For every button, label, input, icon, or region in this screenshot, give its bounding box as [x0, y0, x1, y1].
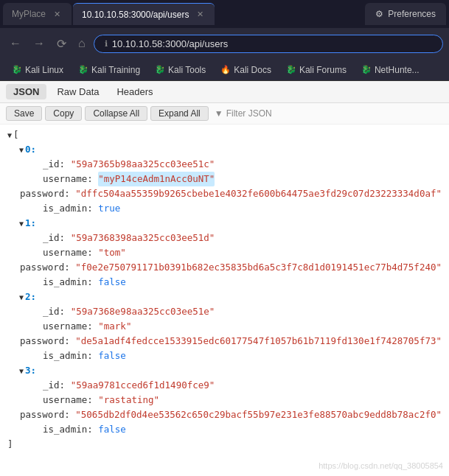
item-toggle-0[interactable]: ▼	[19, 144, 24, 156]
json-bool-value: false	[98, 349, 126, 363]
json-field: is_admin: false	[6, 349, 443, 363]
json-index-0: ▼0:	[6, 142, 443, 157]
json-field: username: "rastating"	[6, 393, 443, 407]
index-label-1: 1:	[25, 216, 36, 231]
index-label-0: 0:	[25, 142, 36, 157]
url-bar[interactable]: ℹ 10.10.10.58:3000/api/users	[94, 35, 443, 53]
json-string-value: "59aa9781cced6f1d1490fce9"	[71, 378, 215, 393]
address-bar: ← → ⟳ ⌂ ℹ 10.10.10.58:3000/api/users	[0, 28, 449, 59]
copy-button[interactable]: Copy	[45, 106, 82, 121]
gear-icon: ⚙	[375, 9, 383, 19]
bookmark-kali-tools-label: Kali Tools	[168, 65, 206, 75]
filter-icon: ▼	[215, 108, 223, 119]
root-bracket: [	[13, 127, 19, 142]
json-bool-value: true	[98, 201, 120, 216]
bookmark-kali-tools[interactable]: 🐉 Kali Tools	[149, 63, 212, 77]
kali-tools-icon: 🐉	[155, 65, 165, 74]
json-actions: Save Copy Collapse All Expand All ▼ Filt…	[0, 103, 449, 125]
collapse-all-button[interactable]: Collapse All	[85, 106, 147, 121]
expand-all-button[interactable]: Expand All	[150, 106, 209, 121]
json-string-value: "myP14ceAdm1nAcc0uNT"	[98, 172, 215, 186]
json-field: is_admin: true	[6, 201, 443, 216]
json-key: password:	[20, 186, 70, 201]
kali-docs-icon: 🔥	[220, 65, 231, 74]
json-field: username: "mark"	[6, 319, 443, 334]
json-index-3: ▼3:	[6, 363, 443, 378]
json-field: username: "tom"	[6, 245, 443, 260]
bookmark-kali-linux-label: Kali Linux	[25, 65, 63, 75]
tab-json[interactable]: JSON	[6, 84, 46, 99]
tab-myplace-label: MyPlace	[12, 9, 46, 19]
tab-headers[interactable]: Headers	[109, 84, 160, 99]
forward-button[interactable]: →	[29, 35, 49, 52]
json-key: _id:	[43, 378, 65, 393]
json-key: _id:	[43, 231, 65, 245]
json-key: password:	[20, 407, 70, 422]
json-key: is_admin:	[43, 201, 93, 216]
tab-myplace[interactable]: MyPlace ✕	[3, 3, 72, 25]
json-index-1: ▼1:	[6, 216, 443, 231]
index-label-3: 3:	[25, 363, 36, 378]
lock-icon: ℹ	[105, 39, 108, 49]
json-key: is_admin:	[43, 422, 93, 437]
root-toggle[interactable]: ▼	[7, 130, 12, 141]
json-key: password:	[20, 334, 70, 349]
tab-api[interactable]: 10.10.10.58:3000/api/users ✕	[73, 3, 215, 25]
json-field: _id: "59a7368e98aa325cc03ee51e"	[6, 304, 443, 319]
json-string-value: "rastating"	[98, 393, 159, 407]
item-toggle-2[interactable]: ▼	[19, 292, 24, 304]
bookmark-nethunter-label: NetHunte...	[375, 65, 420, 75]
index-label-2: 2:	[25, 290, 36, 304]
json-key: is_admin:	[43, 349, 93, 363]
json-string-value: "tom"	[98, 245, 126, 260]
filter-placeholder: Filter JSON	[226, 108, 272, 119]
item-toggle-3[interactable]: ▼	[19, 365, 24, 377]
browser-chrome: MyPlace ✕ 10.10.10.58:3000/api/users ✕ ⚙…	[0, 0, 449, 81]
kali-training-icon: 🐉	[78, 65, 88, 74]
json-string-value: "59a7368398aa325cc03ee51d"	[71, 231, 215, 245]
url-text: 10.10.10.58:3000/api/users	[112, 38, 229, 49]
json-field: password: "5065db2df0d4ee53562c650c29bac…	[6, 407, 443, 422]
reload-button[interactable]: ⟳	[53, 35, 70, 52]
preferences-tab[interactable]: ⚙ Preferences	[365, 3, 446, 25]
json-field: is_admin: false	[6, 422, 443, 437]
json-bool-value: false	[98, 422, 126, 437]
bookmark-kali-linux[interactable]: 🐉 Kali Linux	[6, 63, 69, 77]
json-key: username:	[43, 172, 93, 186]
json-viewer: JSON Raw Data Headers Save Copy Collapse…	[0, 81, 449, 476]
kali-forums-icon: 🐉	[286, 65, 296, 74]
tab-bar: MyPlace ✕ 10.10.10.58:3000/api/users ✕ ⚙…	[0, 0, 449, 28]
json-string-value: "f0e2e750791171b0391b682ec35835bd6a5c3f7…	[75, 260, 442, 275]
filter-area: ▼ Filter JSON	[215, 108, 272, 119]
nethunter-icon: 🐉	[361, 65, 372, 74]
root-close-bracket: ]	[7, 437, 13, 452]
bookmark-kali-forums[interactable]: 🐉 Kali Forums	[280, 63, 352, 77]
tab-api-close[interactable]: ✕	[195, 9, 206, 20]
json-bool-value: false	[98, 275, 126, 290]
home-button[interactable]: ⌂	[74, 35, 89, 52]
json-field: username: "myP14ceAdm1nAcc0uNT"	[6, 172, 443, 186]
bookmarks-bar: 🐉 Kali Linux 🐉 Kali Training 🐉 Kali Tool…	[0, 59, 449, 81]
preferences-label: Preferences	[388, 9, 436, 19]
tab-api-label: 10.10.10.58:3000/api/users	[82, 10, 189, 20]
json-string-value: "59a7368e98aa325cc03ee51e"	[71, 304, 215, 319]
json-field: password: "dffc504aa55359b9265cbebe1e403…	[6, 186, 443, 201]
json-field: _id: "59aa9781cced6f1d1490fce9"	[6, 378, 443, 393]
bookmark-kali-training[interactable]: 🐉 Kali Training	[72, 63, 146, 77]
json-field: _id: "59a7368398aa325cc03ee51d"	[6, 231, 443, 245]
json-key: password:	[20, 260, 70, 275]
back-button[interactable]: ←	[6, 35, 25, 52]
tab-myplace-close[interactable]: ✕	[52, 9, 63, 20]
json-field: is_admin: false	[6, 275, 443, 290]
bookmark-kali-docs-label: Kali Docs	[234, 65, 271, 75]
json-field: password: "f0e2e750791171b0391b682ec3583…	[6, 260, 443, 275]
save-button[interactable]: Save	[6, 106, 42, 121]
json-string-value: "mark"	[98, 319, 131, 334]
tab-raw-data[interactable]: Raw Data	[49, 84, 106, 99]
json-key: _id:	[43, 157, 65, 172]
bookmark-nethunter[interactable]: 🐉 NetHunte...	[355, 63, 425, 77]
bookmark-kali-docs[interactable]: 🔥 Kali Docs	[215, 63, 277, 77]
json-key: username:	[43, 245, 93, 260]
item-toggle-1[interactable]: ▼	[19, 218, 24, 230]
kali-linux-icon: 🐉	[12, 65, 22, 74]
